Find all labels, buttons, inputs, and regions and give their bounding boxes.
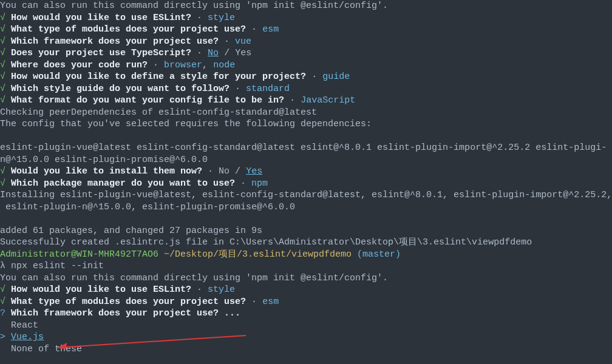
question-line: √ Would you like to install them now? · … (0, 166, 612, 178)
check-icon: √ (0, 95, 5, 106)
output-line: n@^15.0.0 eslint-plugin-promise@^6.0.0 (0, 154, 612, 166)
check-icon: √ (0, 36, 5, 47)
check-icon: √ (0, 48, 5, 58)
active-question-line: ? Which framework does your project use?… (0, 308, 612, 320)
option-vue[interactable]: > Vue.js (0, 331, 612, 343)
option-none[interactable]: None of these (0, 343, 612, 356)
option-react[interactable]: React (0, 320, 612, 332)
selection-pointer: > (0, 332, 11, 342)
question-line: √ Which package manager do you want to u… (0, 178, 612, 190)
question-line: √ What type of modules does your project… (0, 296, 612, 308)
output-line: Successfully created .eslintrc.js file i… (0, 237, 612, 249)
check-icon: √ (0, 166, 5, 177)
note-line: You can also run this command directly u… (0, 0, 612, 12)
check-icon: √ (0, 297, 5, 307)
note-line: You can also run this command directly u… (0, 272, 612, 285)
check-icon: √ (0, 178, 5, 189)
question-line: √ Which framework does your project use?… (0, 36, 612, 48)
question-line: √ What format do you want your config fi… (0, 95, 612, 107)
output-line: Installing eslint-plugin-vue@latest, esl… (0, 189, 612, 201)
output-line: added 61 packages, and changed 27 packag… (0, 225, 612, 237)
question-line: √ Does your project use TypeScript? · No… (0, 47, 612, 59)
question-line: √ Where does your code run? · browser, n… (0, 59, 612, 72)
question-line: √ How would you like to use ESLint? · st… (0, 12, 612, 24)
check-icon: √ (0, 72, 5, 82)
output-line: Checking peerDependencies of eslint-conf… (0, 107, 612, 119)
check-icon: √ (0, 24, 5, 35)
question-line: √ How would you like to use ESLint? · st… (0, 284, 612, 296)
prompt-line: Administrator@WIN-MHR492T7AO6 ~/Desktop/… (0, 249, 612, 261)
check-icon: √ (0, 84, 5, 94)
output-line: eslint-plugin-vue@latest eslint-config-s… (0, 142, 612, 154)
blank-line (0, 130, 612, 143)
question-line: √ Which style guide do you want to follo… (0, 83, 612, 95)
blank-line (0, 213, 612, 225)
check-icon: √ (0, 13, 5, 23)
output-line: eslint-plugin-n@^15.0.0, eslint-plugin-p… (0, 201, 612, 214)
output-line: The config that you've selected requires… (0, 118, 612, 130)
terminal[interactable]: You can also run this command directly u… (0, 0, 612, 355)
question-icon: ? (0, 308, 5, 318)
check-icon: √ (0, 60, 5, 70)
command-line[interactable]: λ npx eslint --init (0, 260, 612, 272)
question-line: √ What type of modules does your project… (0, 24, 612, 36)
check-icon: √ (0, 285, 5, 295)
question-line: √ How would you like to define a style f… (0, 71, 612, 83)
